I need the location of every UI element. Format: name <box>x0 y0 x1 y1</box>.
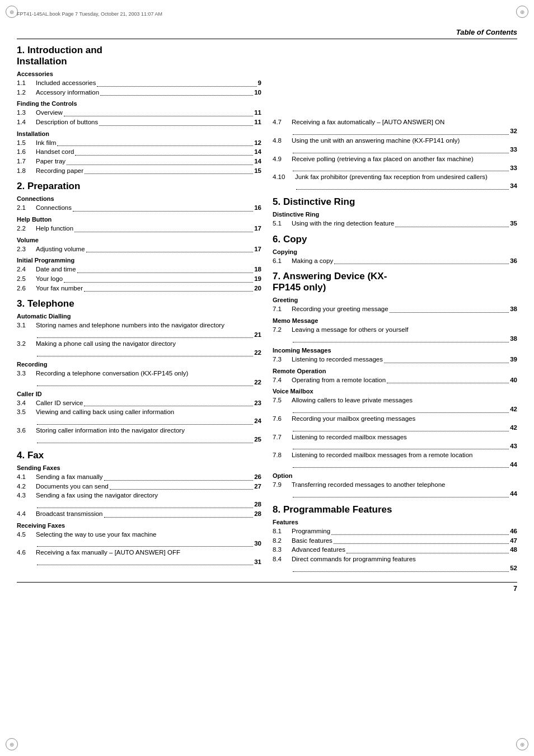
toc-4-4: 4.4 Broadcast transmission 28 <box>17 509 261 519</box>
toc-2-5: 2.5 Your logo 19 <box>17 274 261 284</box>
toc-8-2: 8.2 Basic features 47 <box>273 536 517 546</box>
toc-7-7: 7.7 Listening to recorded mailbox messag… <box>273 433 517 451</box>
subsection-dist-ring: Distinctive Ring <box>273 211 517 218</box>
toc-5-1: 5.1 Using with the ring detection featur… <box>273 219 517 228</box>
toc-1-2: 1.2 Accessory information 10 <box>17 88 261 97</box>
subsection-sending: Sending Faxes <box>17 464 261 471</box>
file-info: FPT41-145AL.book Page 7 Tuesday, October… <box>17 11 162 17</box>
toc-1-8: 1.8 Recording paper 15 <box>17 166 261 176</box>
section-6: 6. Copy Copying 6.1 Making a copy 36 <box>273 234 517 266</box>
toc-7-6: 7.6 Recording your mailbox greeting mess… <box>273 414 517 433</box>
toc-4-5: 4.5 Selecting the way to use your fax ma… <box>17 530 261 548</box>
toc-4-10: 4.10 Junk fax prohibitor (preventing fax… <box>273 172 517 191</box>
section-5-title: 5. Distinctive Ring <box>273 196 517 208</box>
subsection-incoming: Incoming Messages <box>273 347 517 354</box>
toc-4-2: 4.2 Documents you can send 27 <box>17 482 261 491</box>
toc-1-1: 1.1 Included accessories 9 <box>17 78 261 88</box>
toc-3-3: 3.3 Recording a telephone conversation (… <box>17 369 261 387</box>
subsection-memo: Memo Message <box>273 317 517 324</box>
subsection-receiving: Receiving Faxes <box>17 522 261 529</box>
toc-7-1: 7.1 Recording your greeting message 38 <box>273 304 517 314</box>
toc-4-7: 4.7 Receiving a fax automatically – [AUT… <box>273 118 517 136</box>
toc-3-5: 3.5 Viewing and calling back using calle… <box>17 407 261 426</box>
corner-tr-symbol: ⊕ <box>516 6 528 18</box>
section-4-title: 4. Fax <box>17 450 261 461</box>
corner-br: ⊕ <box>516 738 528 750</box>
toc-2-6: 2.6 Your fax number 20 <box>17 284 261 293</box>
subsection-greeting: Greeting <box>273 297 517 303</box>
section-6-title: 6. Copy <box>273 234 517 245</box>
subsection-callerid: Caller ID <box>17 391 261 397</box>
toc-8-4: 8.4 Direct commands for programming feat… <box>273 555 517 573</box>
toc-6-1: 6.1 Making a copy 36 <box>273 256 517 266</box>
toc-content: 1. Introduction andInstallation Accessor… <box>17 45 517 573</box>
toc-1-6: 1.6 Handset cord 14 <box>17 147 261 157</box>
section-2: 2. Preparation Connections 2.1 Connectio… <box>17 181 261 293</box>
toc-7-3: 7.3 Listening to recorded messages 39 <box>273 355 517 364</box>
page: ⊕ ⊕ ⊕ ⊕ FPT41-145AL.book Page 7 Tuesday,… <box>0 0 534 756</box>
toc-4-6: 4.6 Receiving a fax manually – [AUTO ANS… <box>17 548 261 566</box>
toc-7-5: 7.5 Allowing callers to leave private me… <box>273 396 517 414</box>
subsection-recording: Recording <box>17 361 261 368</box>
subsection-remote: Remote Operation <box>273 368 517 374</box>
corner-bl-symbol: ⊕ <box>6 738 18 750</box>
toc-1-7: 1.7 Paper tray 14 <box>17 157 261 166</box>
subsection-features: Features <box>273 519 517 525</box>
section-4-cont: 4.7 Receiving a fax automatically – [AUT… <box>273 45 517 191</box>
toc-4-9: 4.9 Receive polling (retrieving a fax pl… <box>273 154 517 173</box>
toc-3-4: 3.4 Caller ID service 23 <box>17 398 261 408</box>
toc-2-3: 2.3 Adjusting volume 17 <box>17 245 261 254</box>
toc-7-2: 7.2 Leaving a message for others or your… <box>273 325 517 344</box>
bottom-bar: 7 <box>17 582 517 593</box>
section-3: 3. Telephone Automatic Dialling 3.1 Stor… <box>17 298 261 444</box>
section-8-title: 8. Programmable Features <box>273 504 517 515</box>
section-1-title: 1. Introduction andInstallation <box>17 45 261 67</box>
toc-2-4: 2.4 Date and time 18 <box>17 265 261 274</box>
subsection-finding: Finding the Controls <box>17 100 261 107</box>
page-title: Table of Contents <box>456 28 517 36</box>
toc-7-9: 7.9 Transferring recorded messages to an… <box>273 480 517 499</box>
subsection-accessories: Accessories <box>17 71 261 77</box>
toc-7-4: 7.4 Operating from a remote location 40 <box>273 375 517 385</box>
section-7: 7. Answering Device (KX-FP145 only) Gree… <box>273 271 517 499</box>
toc-1-4: 1.4 Description of buttons 11 <box>17 118 261 127</box>
toc-3-2: 3.2 Making a phone call using the naviga… <box>17 339 261 358</box>
toc-4-3: 4.3 Sending a fax using the navigator di… <box>17 491 261 509</box>
left-column: 1. Introduction andInstallation Accessor… <box>17 45 261 573</box>
toc-2-2: 2.2 Help function 17 <box>17 224 261 233</box>
toc-2-1: 2.1 Connections 16 <box>17 203 261 213</box>
section-4: 4. Fax Sending Faxes 4.1 Sending a fax m… <box>17 450 261 566</box>
toc-3-6: 3.6 Storing caller information into the … <box>17 426 261 444</box>
subsection-volume: Volume <box>17 237 261 243</box>
toc-8-3: 8.3 Advanced features 48 <box>273 545 517 555</box>
toc-4-1: 4.1 Sending a fax manually 26 <box>17 472 261 482</box>
corner-bl: ⊕ <box>6 738 18 750</box>
toc-8-1: 8.1 Programming 46 <box>273 527 517 536</box>
toc-4-8: 4.8 Using the unit with an answering mac… <box>273 136 517 154</box>
right-column: 4.7 Receiving a fax automatically – [AUT… <box>273 45 517 573</box>
subsection-voicemailbox: Voice Mailbox <box>273 388 517 395</box>
corner-br-symbol: ⊕ <box>516 738 528 750</box>
subsection-init-prog: Initial Programming <box>17 257 261 264</box>
corner-tr: ⊕ <box>516 6 528 18</box>
subsection-option: Option <box>273 472 517 479</box>
subsection-copying: Copying <box>273 248 517 255</box>
corner-tl-symbol: ⊕ <box>6 6 18 18</box>
page-number: 7 <box>513 585 517 593</box>
subsection-help: Help Button <box>17 216 261 223</box>
section-3-title: 3. Telephone <box>17 298 261 309</box>
toc-7-8: 7.8 Listening to recorded mailbox messag… <box>273 450 517 469</box>
toc-3-1: 3.1 Storing names and telephone numbers … <box>17 321 261 339</box>
subsection-connections: Connections <box>17 195 261 202</box>
top-bar: Table of Contents <box>17 28 517 39</box>
section-2-title: 2. Preparation <box>17 181 261 192</box>
subsection-installation: Installation <box>17 130 261 137</box>
toc-1-5: 1.5 Ink film 12 <box>17 138 261 148</box>
section-5: 5. Distinctive Ring Distinctive Ring 5.1… <box>273 196 517 228</box>
corner-tl: ⊕ <box>6 6 18 18</box>
toc-1-3: 1.3 Overview 11 <box>17 108 261 118</box>
subsection-auto-dial: Automatic Dialling <box>17 313 261 320</box>
section-7-title: 7. Answering Device (KX-FP145 only) <box>273 271 517 293</box>
section-1: 1. Introduction andInstallation Accessor… <box>17 45 261 175</box>
section-8: 8. Programmable Features Features 8.1 Pr… <box>273 504 517 573</box>
